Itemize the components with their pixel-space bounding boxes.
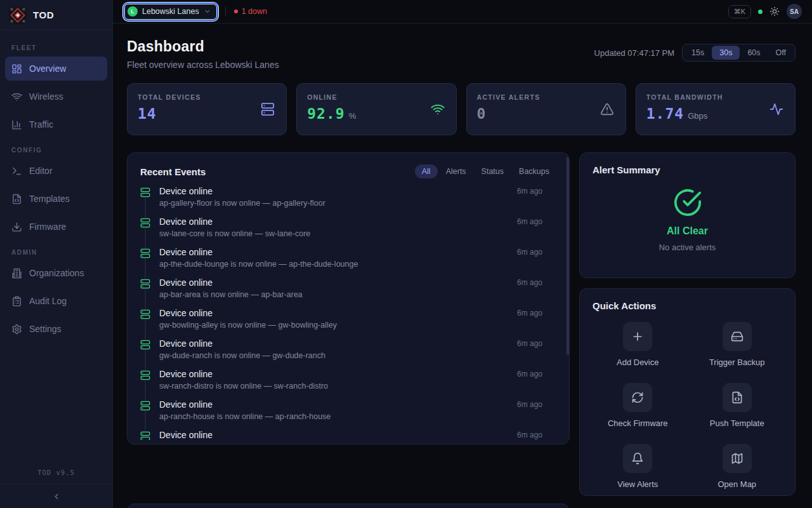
quick-action-label: Add Device xyxy=(617,358,658,367)
stat-suffix: % xyxy=(349,111,357,121)
alert-summary-title: Alert Summary xyxy=(593,164,782,175)
sidebar-item-label: Traffic xyxy=(29,119,53,130)
org-avatar: L xyxy=(128,6,138,17)
org-name: Lebowski Lanes xyxy=(142,7,199,16)
quick-action-label: Open Map xyxy=(717,479,756,489)
quick-action-push-template[interactable]: Push Template xyxy=(692,383,783,428)
event-row[interactable]: Device onlinesw-ranch-distro is now onli… xyxy=(140,369,556,399)
sidebar-footer: TOD v9.5 xyxy=(0,458,112,508)
stat-value-row: 0 xyxy=(477,105,615,122)
app-version: TOD v9.5 xyxy=(0,464,112,484)
user-avatar[interactable]: SA xyxy=(787,4,802,19)
quick-action-label: View Alerts xyxy=(617,479,658,489)
refresh-icon xyxy=(631,391,644,404)
quick-action-tile xyxy=(623,383,652,412)
server-icon xyxy=(140,370,150,380)
sidebar-item-editor[interactable]: Editor xyxy=(5,159,107,183)
sidebar-item-audit-log[interactable]: Audit Log xyxy=(5,289,107,313)
settings-icon xyxy=(11,324,22,335)
sidebar-item-wireless[interactable]: Wireless xyxy=(5,84,107,109)
sidebar-item-label: Organizations xyxy=(29,268,84,278)
event-detail: ap-bar-area is now online — ap-bar-area xyxy=(159,290,508,299)
event-row[interactable]: Device onlinegw-dude-ranch is now online… xyxy=(140,338,556,369)
sidebar-collapse-button[interactable] xyxy=(0,484,112,508)
down-indicator-dot xyxy=(234,10,238,13)
sidebar-nav: FLEETOverviewWirelessTrafficCONFIGEditor… xyxy=(0,30,112,458)
quick-action-tile xyxy=(623,444,652,473)
alert-detail-text: No active alerts xyxy=(659,243,716,252)
down-status[interactable]: 1 down xyxy=(234,7,267,16)
refresh-option-60s[interactable]: 60s xyxy=(740,46,768,60)
event-detail: ap-the-dude-lounge is now online — ap-th… xyxy=(159,260,508,269)
event-filter-alerts[interactable]: Alerts xyxy=(439,164,473,178)
refresh-option-30s[interactable]: 30s xyxy=(712,46,740,60)
sidebar-item-settings[interactable]: Settings xyxy=(5,317,107,341)
sidebar-item-traffic[interactable]: Traffic xyxy=(5,112,107,137)
event-body: Device onlineap-gallery-floor is now onl… xyxy=(159,186,508,208)
hard-drive-icon xyxy=(731,330,743,343)
event-row[interactable]: Device onlinesw-lane-core is now online … xyxy=(140,217,556,247)
sidebar-item-firmware[interactable]: Firmware xyxy=(5,215,107,239)
stat-card-total-devices: TOTAL DEVICES14 xyxy=(127,83,287,135)
event-row[interactable]: Device online6m ago xyxy=(140,430,556,440)
event-detail: gw-dude-ranch is now online — gw-dude-ra… xyxy=(159,351,508,360)
stat-label: ONLINE xyxy=(307,93,445,101)
sidebar-item-templates[interactable]: Templates xyxy=(5,187,107,211)
quick-action-check-firmware[interactable]: Check Firmware xyxy=(593,383,683,428)
org-selector[interactable]: L Lebowski Lanes xyxy=(124,4,217,20)
quick-actions-panel: Quick Actions Add DeviceTrigger BackupCh… xyxy=(579,288,796,496)
event-detail: ap-gallery-floor is now online — ap-gall… xyxy=(159,199,508,208)
event-time: 6m ago xyxy=(517,187,542,196)
quick-action-trigger-backup[interactable]: Trigger Backup xyxy=(692,322,783,367)
refresh-interval-segmented: 15s30s60sOff xyxy=(682,44,796,62)
quick-action-tile xyxy=(723,444,752,473)
sidebar-item-organizations[interactable]: Organizations xyxy=(5,261,107,285)
stat-value-row: 14 xyxy=(138,105,276,122)
sidebar-item-label: Firmware xyxy=(29,222,66,232)
nav-section-label-fleet: FLEET xyxy=(11,44,101,51)
stat-label: TOTAL DEVICES xyxy=(138,93,276,101)
layout-grid-icon xyxy=(11,64,22,74)
sidebar-item-overview[interactable]: Overview xyxy=(5,57,107,81)
event-filter-status[interactable]: Status xyxy=(475,164,511,178)
wifi-icon xyxy=(431,102,445,116)
stat-card-active-alerts: ACTIVE ALERTS0 xyxy=(466,83,626,135)
stats-row: TOTAL DEVICES14ONLINE92.9%ACTIVE ALERTS0… xyxy=(127,83,796,135)
events-scrollbar[interactable] xyxy=(566,157,569,355)
stat-value: 92.9 xyxy=(307,105,344,122)
event-body: Device onlinegw-dude-ranch is now online… xyxy=(159,338,508,360)
terminal-icon xyxy=(11,166,22,177)
event-filter-all[interactable]: All xyxy=(415,164,438,178)
event-row[interactable]: Device onlinegw-bowling-alley is now onl… xyxy=(140,308,556,338)
right-column: Alert Summary All Clear No active alerts… xyxy=(579,152,796,496)
sidebar-item-label: Settings xyxy=(29,324,62,334)
bell-icon xyxy=(631,452,644,465)
command-palette-button[interactable]: ⌘K xyxy=(728,5,751,18)
event-row[interactable]: Device onlineap-the-dude-lounge is now o… xyxy=(140,247,556,277)
event-body: Device onlineap-bar-area is now online —… xyxy=(159,277,508,299)
main-area: L Lebowski Lanes 1 down ⌘K SA Dashboard … xyxy=(113,0,812,508)
nav-section-label-admin: ADMIN xyxy=(11,249,101,256)
event-time: 6m ago xyxy=(517,217,542,226)
quick-action-add-device[interactable]: Add Device xyxy=(593,322,683,367)
event-title: Device online xyxy=(159,308,508,318)
stat-value: 14 xyxy=(138,105,157,122)
theme-toggle-sun-icon[interactable] xyxy=(769,6,780,17)
quick-action-open-map[interactable]: Open Map xyxy=(692,444,783,489)
dashboard-content: Dashboard Fleet overview across Lebowski… xyxy=(113,23,812,508)
event-time: 6m ago xyxy=(517,400,542,409)
event-time: 6m ago xyxy=(517,278,542,287)
bar-chart-icon xyxy=(11,119,22,130)
event-row[interactable]: Device onlineap-bar-area is now online —… xyxy=(140,277,556,308)
quick-action-view-alerts[interactable]: View Alerts xyxy=(593,444,683,489)
refresh-option-off[interactable]: Off xyxy=(768,46,794,60)
sidebar-item-label: Templates xyxy=(29,194,70,204)
refresh-option-15s[interactable]: 15s xyxy=(684,46,712,60)
event-filter-backups[interactable]: Backups xyxy=(512,164,556,178)
refresh-controls: Updated 07:47:17 PM 15s30s60sOff xyxy=(594,44,796,62)
event-time: 6m ago xyxy=(517,339,542,348)
stat-label: TOTAL BANDWIDTH xyxy=(646,93,785,101)
event-row[interactable]: Device onlineap-ranch-house is now onlin… xyxy=(140,399,556,430)
alert-summary-panel: Alert Summary All Clear No active alerts xyxy=(579,152,796,278)
event-row[interactable]: Device onlineap-gallery-floor is now onl… xyxy=(140,186,556,217)
